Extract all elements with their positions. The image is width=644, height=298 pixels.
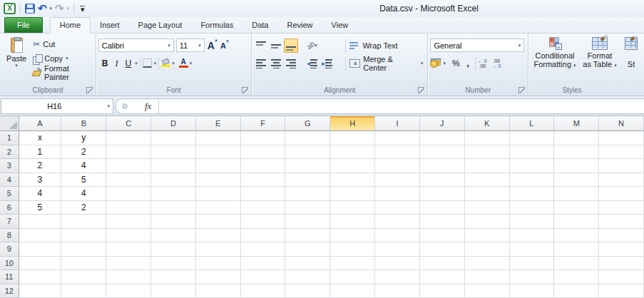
alignment-dialog-launcher-icon[interactable] bbox=[418, 87, 424, 93]
row-header-4[interactable]: 4 bbox=[0, 173, 19, 187]
cell-N7[interactable] bbox=[599, 215, 644, 229]
bold-button[interactable]: B bbox=[98, 56, 112, 71]
cell-B10[interactable] bbox=[61, 257, 106, 271]
cell-K12[interactable] bbox=[465, 284, 510, 298]
cell-G2[interactable] bbox=[285, 145, 330, 160]
cell-A7[interactable] bbox=[19, 215, 62, 229]
cell-A2[interactable]: 1 bbox=[19, 145, 62, 160]
cell-B3[interactable]: 4 bbox=[61, 159, 106, 173]
tab-view[interactable]: View bbox=[322, 18, 358, 33]
cell-K10[interactable] bbox=[465, 257, 510, 271]
font-color-icon[interactable]: A bbox=[179, 58, 188, 68]
cell-styles-button[interactable]: St bbox=[620, 36, 642, 68]
column-header-D[interactable]: D bbox=[151, 116, 196, 130]
insert-function-button[interactable]: fx bbox=[145, 101, 158, 112]
cell-I7[interactable] bbox=[375, 215, 420, 229]
comma-style-button[interactable]: , bbox=[464, 56, 473, 71]
cell-H3[interactable] bbox=[330, 159, 375, 173]
cell-F3[interactable] bbox=[241, 159, 286, 173]
cell-H4[interactable] bbox=[330, 173, 375, 187]
cell-N4[interactable] bbox=[599, 173, 644, 187]
cell-B7[interactable] bbox=[61, 215, 106, 229]
cell-C7[interactable] bbox=[106, 215, 151, 229]
cell-I1[interactable] bbox=[375, 131, 420, 145]
cell-N8[interactable] bbox=[599, 229, 644, 243]
row-header-3[interactable]: 3 bbox=[0, 159, 19, 173]
borders-icon[interactable] bbox=[143, 58, 152, 68]
cell-M1[interactable] bbox=[554, 131, 599, 145]
cell-H5[interactable] bbox=[330, 187, 375, 201]
cell-D1[interactable] bbox=[151, 131, 196, 145]
cell-N11[interactable] bbox=[599, 270, 644, 284]
cell-K5[interactable] bbox=[465, 187, 510, 201]
cell-D2[interactable] bbox=[151, 145, 196, 160]
cell-E6[interactable] bbox=[196, 201, 241, 215]
shrink-font-button[interactable]: A▼ bbox=[218, 41, 229, 50]
cell-H9[interactable] bbox=[330, 242, 375, 257]
cell-I8[interactable] bbox=[375, 229, 420, 243]
formula-bar-grip[interactable] bbox=[122, 103, 128, 109]
cell-H10[interactable] bbox=[330, 257, 375, 271]
cell-F12[interactable] bbox=[241, 284, 286, 298]
cell-F9[interactable] bbox=[241, 242, 286, 257]
cell-E12[interactable] bbox=[196, 284, 241, 298]
align-middle-button[interactable] bbox=[269, 38, 283, 53]
conditional-formatting-button[interactable]: ≤ Conditional Formatting ▾ bbox=[531, 36, 579, 68]
cell-B6[interactable]: 2 bbox=[61, 201, 106, 215]
cell-G10[interactable] bbox=[285, 257, 330, 271]
cell-D8[interactable] bbox=[151, 229, 196, 243]
cell-I3[interactable] bbox=[375, 159, 420, 173]
row-header-11[interactable]: 11 bbox=[0, 270, 19, 284]
cell-G8[interactable] bbox=[285, 229, 330, 243]
cell-H6[interactable] bbox=[330, 201, 375, 215]
cell-F2[interactable] bbox=[241, 145, 286, 160]
merge-center-button[interactable]: a Merge & Center ▾ bbox=[345, 56, 425, 71]
cell-A1[interactable]: x bbox=[19, 131, 62, 145]
cell-D12[interactable] bbox=[151, 284, 196, 298]
cell-A12[interactable] bbox=[19, 284, 62, 298]
cell-N10[interactable] bbox=[599, 257, 644, 271]
cell-M3[interactable] bbox=[554, 159, 599, 173]
row-header-10[interactable]: 10 bbox=[0, 257, 19, 271]
cell-K4[interactable] bbox=[465, 173, 510, 187]
cell-H8[interactable] bbox=[330, 229, 375, 243]
cell-F8[interactable] bbox=[241, 229, 286, 243]
cell-A10[interactable] bbox=[19, 257, 62, 271]
cell-D11[interactable] bbox=[151, 270, 196, 284]
cell-C10[interactable] bbox=[106, 257, 151, 271]
cell-C12[interactable] bbox=[106, 284, 151, 298]
cell-D6[interactable] bbox=[151, 201, 196, 215]
column-header-C[interactable]: C bbox=[106, 116, 151, 130]
cell-H12[interactable] bbox=[330, 284, 375, 298]
undo-dropdown-icon[interactable]: ▾ bbox=[50, 6, 53, 11]
cell-L9[interactable] bbox=[510, 242, 555, 257]
align-center-button[interactable] bbox=[269, 56, 283, 71]
cell-H1[interactable] bbox=[330, 131, 375, 145]
cell-M10[interactable] bbox=[554, 257, 599, 271]
cell-F6[interactable] bbox=[241, 201, 286, 215]
cell-K9[interactable] bbox=[465, 242, 510, 257]
row-header-8[interactable]: 8 bbox=[0, 229, 19, 243]
cell-C2[interactable] bbox=[106, 145, 151, 160]
percent-style-button[interactable]: % bbox=[449, 56, 464, 71]
copy-dropdown-icon[interactable]: ▾ bbox=[66, 56, 68, 61]
font-dialog-launcher-icon[interactable] bbox=[242, 87, 248, 93]
cell-J6[interactable] bbox=[420, 201, 465, 215]
cell-H2[interactable] bbox=[330, 145, 375, 160]
customize-toolbar-icon[interactable]: ▾ bbox=[80, 6, 85, 11]
cell-J7[interactable] bbox=[420, 215, 465, 229]
cell-M5[interactable] bbox=[554, 187, 599, 201]
cell-M12[interactable] bbox=[554, 284, 599, 298]
cell-G5[interactable] bbox=[285, 187, 330, 201]
cell-N12[interactable] bbox=[599, 284, 644, 298]
column-header-K[interactable]: K bbox=[465, 116, 510, 130]
cell-D10[interactable] bbox=[151, 257, 196, 271]
cell-I12[interactable] bbox=[375, 284, 420, 298]
cell-D9[interactable] bbox=[151, 242, 196, 257]
excel-logo-icon[interactable]: X bbox=[4, 3, 16, 14]
italic-button[interactable]: I bbox=[111, 56, 121, 71]
underline-dropdown-icon[interactable]: ▾ bbox=[135, 61, 138, 66]
select-all-button[interactable] bbox=[0, 116, 19, 130]
column-header-L[interactable]: L bbox=[510, 116, 555, 130]
column-header-E[interactable]: E bbox=[196, 116, 241, 130]
